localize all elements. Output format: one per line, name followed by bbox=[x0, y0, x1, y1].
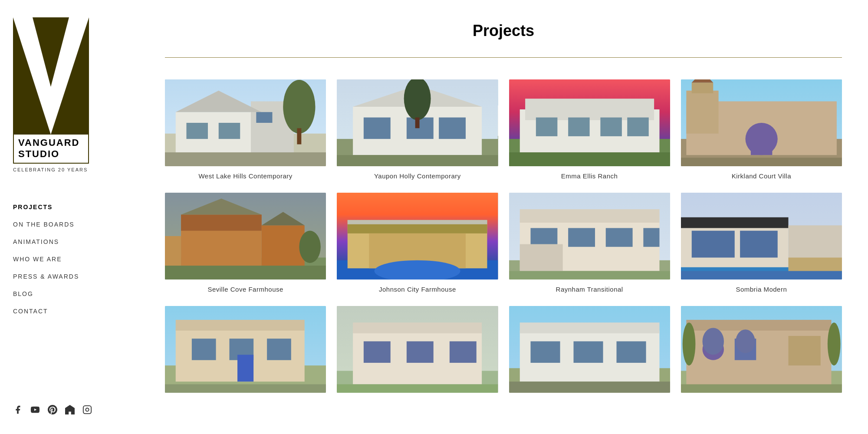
svg-rect-73 bbox=[681, 217, 789, 228]
svg-rect-39 bbox=[692, 82, 713, 93]
project-image-johnson-city bbox=[337, 193, 498, 279]
svg-rect-92 bbox=[353, 322, 482, 333]
svg-rect-24 bbox=[415, 118, 420, 128]
svg-rect-14 bbox=[297, 128, 301, 144]
svg-rect-68 bbox=[643, 228, 659, 247]
pinterest-icon[interactable] bbox=[48, 405, 57, 417]
brand-name: VANGUARD STUDIO bbox=[18, 137, 84, 160]
sidebar-nav: PROJECTS ON THE BOARDS ANIMATIONS WHO WE… bbox=[13, 198, 126, 320]
sidebar-item-blog[interactable]: BLOG bbox=[13, 285, 126, 302]
project-seville-cove[interactable]: Seville Cove Farmhouse bbox=[165, 193, 326, 293]
project-raynham[interactable]: Raynham Transitional bbox=[509, 193, 670, 293]
sidebar-item-contact[interactable]: CONTACT bbox=[13, 302, 126, 320]
svg-rect-25 bbox=[337, 155, 498, 166]
svg-rect-10 bbox=[187, 123, 208, 139]
project-name-yaupon-holly: Yaupon Holly Contemporary bbox=[337, 172, 498, 180]
svg-rect-43 bbox=[681, 158, 842, 166]
svg-rect-111 bbox=[788, 336, 820, 365]
svg-rect-83 bbox=[176, 320, 305, 331]
page-title: Projects bbox=[165, 22, 842, 40]
project-image-row3-4 bbox=[681, 306, 842, 393]
svg-rect-94 bbox=[407, 341, 434, 363]
project-yaupon-holly[interactable]: Yaupon Holly Contemporary bbox=[337, 79, 498, 180]
svg-rect-93 bbox=[364, 341, 391, 363]
svg-point-53 bbox=[299, 231, 321, 263]
svg-rect-3 bbox=[83, 406, 91, 414]
sidebar-item-animations[interactable]: ANIMATIONS bbox=[13, 233, 126, 250]
project-image-row3-1 bbox=[165, 306, 326, 393]
project-kirkland-court[interactable]: Kirkland Court Villa bbox=[681, 79, 842, 180]
svg-rect-21 bbox=[407, 118, 434, 139]
sidebar-item-on-the-boards[interactable]: ON THE BOARDS bbox=[13, 216, 126, 233]
project-image-sombria bbox=[681, 193, 842, 279]
svg-rect-22 bbox=[439, 118, 466, 139]
project-sombria[interactable]: Sombria Modern bbox=[681, 193, 842, 293]
project-name-seville-cove: Seville Cove Farmhouse bbox=[165, 286, 326, 293]
project-johnson-city[interactable]: Johnson City Farmhouse bbox=[337, 193, 498, 293]
sidebar-item-press-awards[interactable]: PRESS & AWARDS bbox=[13, 268, 126, 285]
svg-rect-95 bbox=[450, 341, 477, 363]
svg-rect-29 bbox=[525, 99, 654, 120]
logo-container: VANGUARD STUDIO CELEBRATING 20 YEARS bbox=[13, 17, 126, 172]
svg-rect-12 bbox=[256, 112, 272, 123]
project-row3-4[interactable] bbox=[681, 306, 842, 399]
brand-tagline: CELEBRATING 20 YEARS bbox=[13, 167, 88, 172]
svg-marker-40 bbox=[692, 79, 713, 82]
svg-point-13 bbox=[283, 80, 315, 134]
svg-rect-100 bbox=[519, 322, 659, 333]
main-content: Projects bbox=[139, 0, 868, 434]
project-image-row3-3 bbox=[509, 306, 670, 393]
sidebar-item-projects[interactable]: PROJECTS bbox=[13, 198, 126, 216]
youtube-icon[interactable] bbox=[30, 405, 40, 417]
project-row3-3[interactable] bbox=[509, 306, 670, 399]
project-name-west-lake-hills: West Lake Hills Contemporary bbox=[165, 172, 326, 180]
project-row3-1[interactable] bbox=[165, 306, 326, 399]
svg-rect-34 bbox=[509, 152, 670, 166]
project-emma-ellis[interactable]: Emma Ellis Ranch bbox=[509, 79, 670, 180]
svg-rect-86 bbox=[267, 339, 291, 360]
project-name-johnson-city: Johnson City Farmhouse bbox=[337, 286, 498, 293]
svg-rect-101 bbox=[530, 341, 560, 363]
svg-rect-59 bbox=[348, 220, 487, 224]
svg-rect-11 bbox=[219, 123, 240, 139]
social-icons bbox=[13, 388, 126, 417]
logo-v-mark[interactable] bbox=[13, 17, 89, 135]
project-image-row3-2 bbox=[337, 306, 498, 393]
project-image-emma-ellis bbox=[509, 79, 670, 166]
houzz-icon[interactable] bbox=[65, 405, 75, 417]
project-image-kirkland-court bbox=[681, 79, 842, 166]
svg-rect-31 bbox=[568, 118, 590, 136]
sidebar-item-who-we-are[interactable]: WHO WE ARE bbox=[13, 250, 126, 268]
svg-rect-32 bbox=[600, 118, 622, 136]
svg-rect-87 bbox=[237, 355, 253, 381]
svg-rect-77 bbox=[740, 231, 778, 258]
svg-rect-84 bbox=[192, 339, 216, 360]
project-image-seville-cove bbox=[165, 193, 326, 279]
svg-rect-64 bbox=[519, 209, 659, 223]
svg-rect-33 bbox=[627, 118, 649, 136]
svg-rect-42 bbox=[751, 134, 773, 155]
project-image-raynham bbox=[509, 193, 670, 279]
project-image-yaupon-holly bbox=[337, 79, 498, 166]
svg-rect-116 bbox=[681, 384, 842, 393]
instagram-icon[interactable] bbox=[82, 405, 92, 417]
svg-point-114 bbox=[682, 322, 695, 365]
project-name-emma-ellis: Emma Ellis Ranch bbox=[509, 172, 670, 180]
svg-rect-66 bbox=[568, 228, 595, 247]
project-row3-2[interactable] bbox=[337, 306, 498, 399]
project-west-lake-hills[interactable]: West Lake Hills Contemporary bbox=[165, 79, 326, 180]
svg-rect-102 bbox=[573, 341, 603, 363]
svg-rect-52 bbox=[165, 266, 326, 279]
svg-rect-47 bbox=[181, 215, 262, 231]
svg-rect-20 bbox=[364, 118, 391, 139]
svg-rect-108 bbox=[686, 320, 831, 331]
svg-rect-38 bbox=[686, 91, 718, 134]
svg-rect-65 bbox=[530, 228, 557, 247]
logo-text-box: VANGUARD STUDIO bbox=[13, 134, 89, 164]
facebook-icon[interactable] bbox=[13, 405, 23, 417]
svg-point-113 bbox=[736, 329, 755, 353]
project-name-raynham: Raynham Transitional bbox=[509, 286, 670, 293]
svg-rect-69 bbox=[519, 244, 562, 271]
svg-rect-103 bbox=[616, 341, 646, 363]
sidebar: VANGUARD STUDIO CELEBRATING 20 YEARS PRO… bbox=[0, 0, 139, 434]
